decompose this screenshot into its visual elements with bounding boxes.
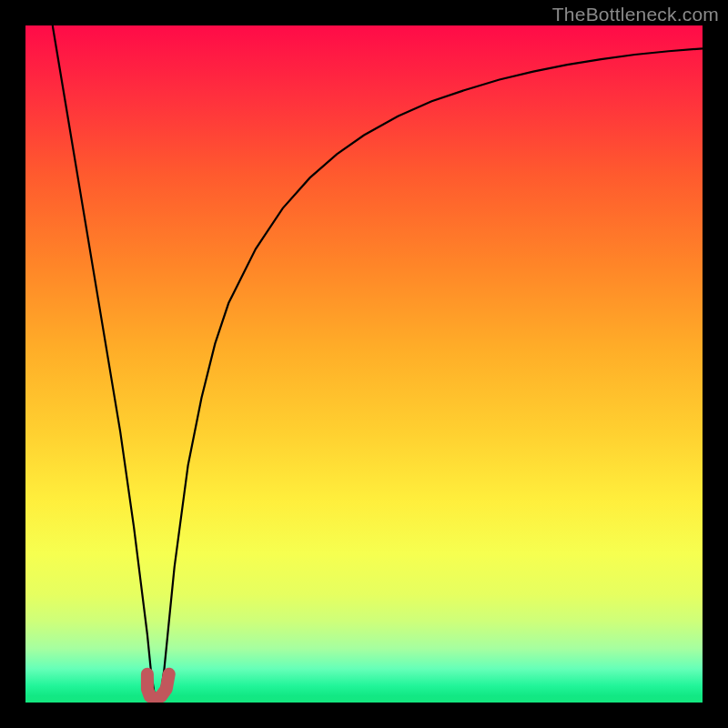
watermark-text: TheBottleneck.com <box>552 4 719 25</box>
outer-frame: TheBottleneck.com <box>0 0 728 728</box>
chart-svg <box>25 25 703 703</box>
optimal-marker <box>147 674 169 700</box>
bottleneck-curve <box>53 25 703 699</box>
plot-area <box>25 25 703 703</box>
